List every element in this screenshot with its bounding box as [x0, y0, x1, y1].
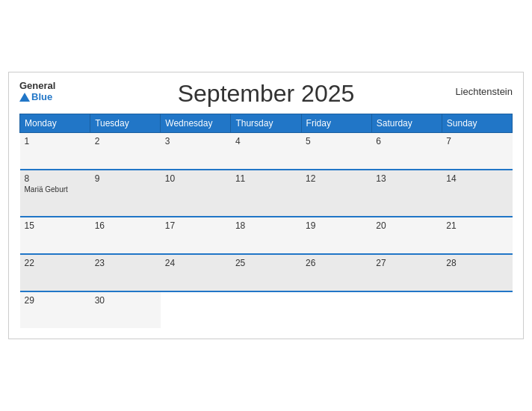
- day-number: 23: [95, 258, 156, 268]
- table-row: 27: [371, 254, 442, 291]
- calendar-thead: Monday Tuesday Wednesday Thursday Friday…: [20, 114, 513, 133]
- header-monday: Monday: [20, 114, 90, 133]
- logo-general-text: General: [19, 80, 55, 91]
- table-row: 11: [231, 170, 301, 217]
- table-row: 24: [161, 254, 231, 291]
- logo: General Blue: [19, 80, 55, 102]
- table-row: 25: [231, 254, 301, 291]
- table-row: 29: [20, 291, 90, 328]
- calendar-week-row: 8Mariä Geburt91011121314: [20, 170, 513, 217]
- table-row: 18: [231, 217, 301, 254]
- table-row: 22: [20, 254, 90, 291]
- day-number: 11: [235, 173, 297, 184]
- table-row: 20: [371, 217, 442, 254]
- day-number: 7: [446, 136, 507, 146]
- day-number: 2: [95, 136, 156, 146]
- day-number: 20: [376, 220, 437, 231]
- table-row: 17: [161, 217, 231, 254]
- logo-blue-text: Blue: [19, 91, 52, 102]
- logo-triangle-icon: [19, 93, 30, 102]
- table-row: 13: [371, 170, 442, 217]
- table-row: 26: [301, 254, 371, 291]
- calendar-container: General Blue September 2025 Liechtenstei…: [8, 72, 524, 339]
- calendar-header: General Blue September 2025 Liechtenstei…: [19, 80, 513, 108]
- table-row: 5: [301, 133, 371, 170]
- table-row: 30: [90, 291, 161, 328]
- table-row: [371, 291, 442, 328]
- table-row: 15: [20, 217, 90, 254]
- header-tuesday: Tuesday: [90, 114, 161, 133]
- day-number: 13: [376, 173, 437, 184]
- table-row: 1: [20, 133, 90, 170]
- day-number: 30: [95, 295, 156, 306]
- day-number: 15: [25, 220, 86, 231]
- day-number: 24: [165, 258, 226, 268]
- event-label: Mariä Geburt: [25, 185, 86, 194]
- day-number: 4: [235, 136, 297, 146]
- calendar-week-row: 22232425262728: [20, 254, 513, 291]
- table-row: [442, 291, 512, 328]
- day-number: 12: [306, 173, 367, 184]
- day-number: 25: [235, 258, 297, 268]
- calendar-table: Monday Tuesday Wednesday Thursday Friday…: [19, 114, 513, 328]
- day-number: 26: [306, 258, 367, 268]
- table-row: [161, 291, 231, 328]
- day-number: 18: [235, 220, 297, 231]
- day-number: 6: [376, 136, 437, 146]
- header-thursday: Thursday: [231, 114, 301, 133]
- calendar-week-row: 15161718192021: [20, 217, 513, 254]
- calendar-body: 12345678Mariä Geburt91011121314151617181…: [20, 133, 513, 329]
- day-number: 22: [25, 258, 86, 268]
- table-row: 12: [301, 170, 371, 217]
- day-number: 1: [25, 136, 86, 146]
- table-row: 7: [442, 133, 512, 170]
- table-row: 21: [442, 217, 512, 254]
- day-number: 5: [306, 136, 367, 146]
- calendar-week-row: 2930: [20, 291, 513, 328]
- day-number: 19: [306, 220, 367, 231]
- table-row: 28: [442, 254, 512, 291]
- header-friday: Friday: [301, 114, 371, 133]
- table-row: 8Mariä Geburt: [20, 170, 90, 217]
- table-row: 2: [90, 133, 161, 170]
- table-row: [301, 291, 371, 328]
- day-number: 29: [25, 295, 86, 306]
- day-number: 9: [95, 173, 156, 184]
- table-row: 3: [161, 133, 231, 170]
- day-number: 10: [165, 173, 226, 184]
- day-number: 16: [95, 220, 156, 231]
- day-number: 27: [376, 258, 437, 268]
- day-number: 8: [25, 173, 86, 184]
- table-row: 14: [442, 170, 512, 217]
- table-row: 16: [90, 217, 161, 254]
- table-row: 6: [371, 133, 442, 170]
- table-row: 23: [90, 254, 161, 291]
- table-row: 10: [161, 170, 231, 217]
- table-row: 4: [231, 133, 301, 170]
- country-label: Liechtenstein: [455, 86, 513, 97]
- header-saturday: Saturday: [371, 114, 442, 133]
- day-number: 17: [165, 220, 226, 231]
- table-row: 9: [90, 170, 161, 217]
- day-number: 14: [446, 173, 507, 184]
- day-number: 28: [446, 258, 507, 268]
- header-wednesday: Wednesday: [161, 114, 231, 133]
- day-number: 21: [446, 220, 507, 231]
- weekday-header-row: Monday Tuesday Wednesday Thursday Friday…: [20, 114, 513, 133]
- header-sunday: Sunday: [442, 114, 512, 133]
- table-row: 19: [301, 217, 371, 254]
- calendar-title: September 2025: [178, 80, 355, 108]
- day-number: 3: [165, 136, 226, 146]
- calendar-week-row: 1234567: [20, 133, 513, 170]
- table-row: [231, 291, 301, 328]
